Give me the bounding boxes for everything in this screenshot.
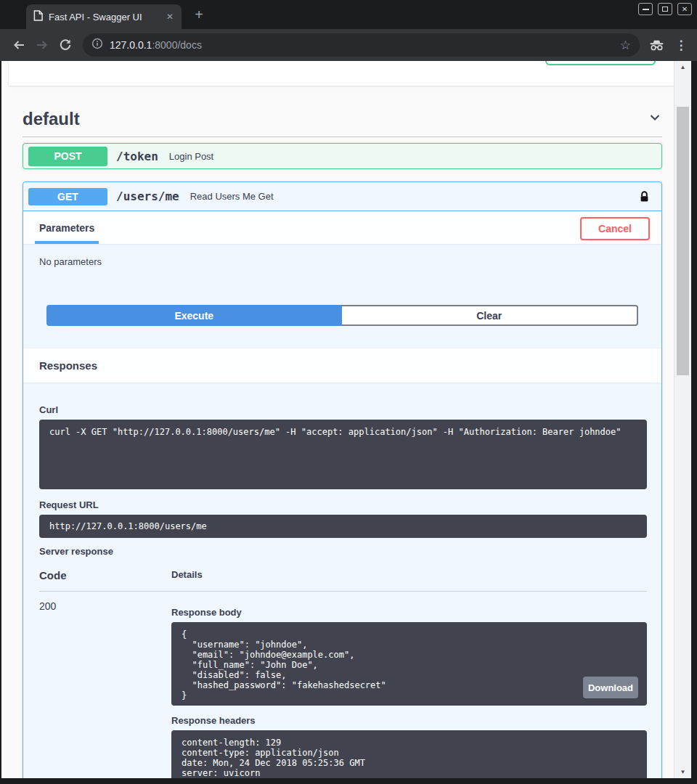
request-url-label: Request URL (39, 499, 647, 510)
method-badge-post: POST (28, 147, 107, 166)
titlebar: Fast API - Swagger UI ✕ + ✕ (0, 0, 697, 29)
cancel-button[interactable]: Cancel (580, 217, 650, 240)
curl-command: curl -X GET "http://127.0.0.1:8000/users… (39, 420, 647, 489)
endpoint-path: /token (116, 150, 158, 163)
endpoint-path: /users/me (116, 189, 179, 203)
endpoint-summary: Read Users Me Get (190, 191, 274, 202)
close-icon: ✕ (682, 5, 688, 13)
execute-button[interactable]: Execute (46, 305, 342, 326)
url-path: :8000/docs (152, 39, 202, 51)
response-headers: content-length: 129 content-type: applic… (171, 730, 647, 778)
status-code: 200 (39, 600, 171, 778)
page-scrollbar[interactable]: ▲ ▼ (674, 61, 691, 778)
scroll-up-arrow[interactable]: ▲ (674, 64, 691, 70)
scroll-down-arrow[interactable]: ▼ (674, 769, 691, 775)
responses-title: Responses (39, 359, 97, 372)
server-response-table: Code Details 200 Response body { "userna… (39, 569, 647, 778)
details-column-header: Details (171, 569, 203, 581)
url-text: 127.0.0.1:8000/docs (110, 38, 202, 52)
tab-close-icon[interactable]: ✕ (164, 12, 176, 22)
responses-body: Curl curl -X GET "http://127.0.0.1:8000/… (23, 383, 661, 778)
api-section-header[interactable]: default (23, 109, 662, 137)
page-favicon-icon (33, 10, 43, 24)
page-content: default POST /token Login Post GET /user… (1, 61, 691, 778)
browser-tab[interactable]: Fast API - Swagger UI ✕ (26, 4, 182, 29)
chevron-down-icon[interactable] (648, 110, 662, 128)
clear-button[interactable]: Clear (342, 305, 639, 326)
url-host: 127.0.0.1 (110, 39, 152, 51)
minimize-icon (643, 9, 649, 10)
response-body-json: { "username": "johndoe", "email": "johnd… (171, 622, 647, 706)
browser-toolbar: 127.0.0.1:8000/docs ☆ ⋮ (0, 29, 697, 61)
forward-button[interactable] (30, 33, 54, 57)
forward-arrow-icon (36, 38, 49, 52)
download-button[interactable]: Download (583, 677, 638, 698)
response-headers-label: Response headers (171, 715, 647, 726)
window-controls: ✕ (638, 3, 692, 15)
table-header-row: Code Details (39, 569, 647, 592)
bookmark-star-icon[interactable]: ☆ (620, 39, 631, 52)
swagger-ui: default POST /token Login Post GET /user… (23, 109, 662, 778)
request-url: http://127.0.0.1:8000/users/me (39, 515, 647, 538)
response-body-wrap: { "username": "johndoe", "email": "johnd… (171, 622, 647, 706)
response-body-label: Response body (171, 607, 647, 618)
back-arrow-icon (12, 38, 25, 52)
parameters-body: No parameters (23, 244, 661, 267)
maximize-icon (662, 7, 668, 12)
no-parameters-text: No parameters (39, 256, 645, 267)
tab-title: Fast API - Swagger UI (49, 12, 158, 23)
reload-icon (59, 38, 72, 52)
auth-lock-icon[interactable] (639, 190, 650, 203)
authorize-button-partial[interactable] (545, 61, 656, 65)
section-title: default (23, 109, 80, 129)
browser-window: Fast API - Swagger UI ✕ + ✕ 127.0.0.1:80… (0, 0, 697, 784)
address-bar[interactable]: 127.0.0.1:8000/docs ☆ (83, 33, 640, 57)
server-response-label: Server response (39, 546, 647, 557)
reload-button[interactable] (54, 33, 77, 57)
back-button[interactable] (7, 33, 30, 57)
scheme-container (9, 61, 674, 86)
responses-header: Responses (23, 348, 661, 383)
response-row: 200 Response body { "username": "johndoe… (39, 592, 647, 778)
endpoint-summary: Login Post (169, 151, 213, 162)
browser-menu-button[interactable]: ⋮ (672, 38, 690, 53)
code-column-header: Code (39, 569, 171, 581)
response-details: Response body { "username": "johndoe", "… (171, 600, 647, 778)
opblock-get-users-me: GET /users/me Read Users Me Get Paramete… (23, 181, 662, 778)
minimize-button[interactable] (638, 3, 653, 15)
parameters-header: Parameters Cancel (23, 211, 661, 244)
incognito-icon (648, 40, 665, 51)
execute-wrapper: Execute Clear (46, 305, 638, 326)
maximize-button[interactable] (658, 3, 672, 15)
opblock-post-token[interactable]: POST /token Login Post (23, 143, 662, 169)
method-badge-get: GET (28, 188, 107, 205)
opblock-summary[interactable]: GET /users/me Read Users Me Get (23, 182, 661, 211)
scrollbar-thumb[interactable] (677, 107, 689, 375)
close-button[interactable]: ✕ (677, 3, 692, 15)
curl-label: Curl (39, 404, 647, 415)
new-tab-button[interactable]: + (190, 6, 208, 23)
info-icon[interactable] (91, 38, 103, 52)
tab-parameters[interactable]: Parameters (35, 211, 99, 244)
